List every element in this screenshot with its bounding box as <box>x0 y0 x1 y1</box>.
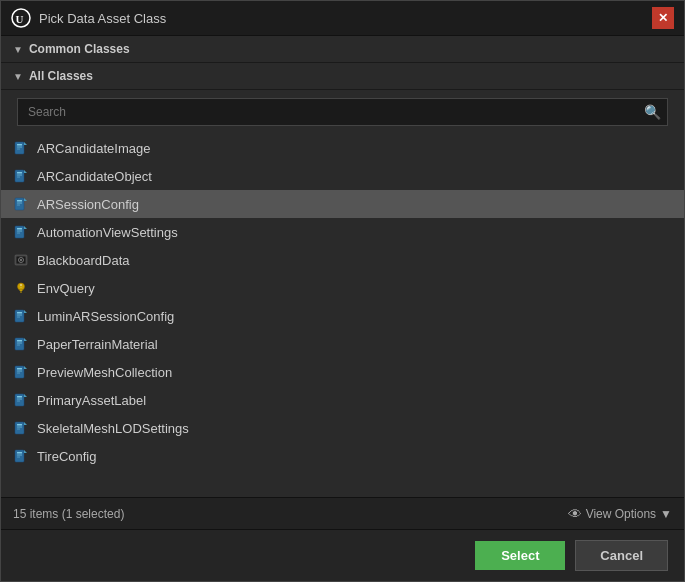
content-area: ▼ Common Classes ▼ All Classes 🔍 ARCandi… <box>1 36 684 529</box>
search-bar: 🔍 <box>17 98 668 126</box>
da-icon <box>13 336 29 352</box>
svg-rect-9 <box>17 175 22 176</box>
list-item[interactable]: PaperTerrainMaterial <box>1 330 684 358</box>
item-label: LuminARSessionConfig <box>37 309 174 324</box>
svg-rect-51 <box>15 422 24 434</box>
da-icon <box>13 168 29 184</box>
svg-rect-18 <box>17 228 22 230</box>
svg-marker-11 <box>24 170 27 173</box>
svg-rect-52 <box>17 424 22 426</box>
footer: Select Cancel <box>1 529 684 581</box>
svg-rect-10 <box>17 177 20 178</box>
item-label: TireConfig <box>37 449 96 464</box>
svg-rect-46 <box>15 394 24 406</box>
search-icon: 🔍 <box>644 104 661 120</box>
list-item[interactable]: ARCandidateImage <box>1 134 684 162</box>
svg-rect-4 <box>17 147 22 148</box>
svg-rect-33 <box>17 315 22 316</box>
svg-rect-3 <box>17 144 22 146</box>
svg-point-25 <box>20 259 22 261</box>
dialog: U Pick Data Asset Class ✕ ▼ Common Class… <box>0 0 685 582</box>
eq-icon <box>13 280 29 296</box>
eye-icon: 👁 <box>568 506 582 522</box>
svg-rect-28 <box>20 292 22 293</box>
svg-rect-59 <box>17 457 20 458</box>
da-icon <box>13 420 29 436</box>
svg-rect-19 <box>17 231 22 232</box>
svg-rect-48 <box>17 399 22 400</box>
view-options-button[interactable]: 👁 View Options ▼ <box>568 506 672 522</box>
svg-rect-54 <box>17 429 20 430</box>
close-button[interactable]: ✕ <box>652 7 674 29</box>
search-input[interactable] <box>24 103 644 121</box>
svg-rect-27 <box>20 290 23 291</box>
svg-rect-39 <box>17 345 20 346</box>
all-classes-arrow: ▼ <box>13 71 23 82</box>
list-item[interactable]: ARSessionConfig <box>1 190 684 218</box>
status-text: 15 items (1 selected) <box>13 507 124 521</box>
list-item[interactable]: AutomationViewSettings <box>1 218 684 246</box>
svg-rect-49 <box>17 401 20 402</box>
view-options-label: View Options <box>586 507 656 521</box>
svg-marker-40 <box>24 338 27 341</box>
svg-rect-13 <box>17 200 22 202</box>
list-item[interactable]: PrimaryAssetLabel <box>1 386 684 414</box>
da-icon <box>13 308 29 324</box>
svg-rect-42 <box>17 368 22 370</box>
svg-rect-7 <box>15 170 24 182</box>
search-wrapper: 🔍 <box>1 90 684 134</box>
all-classes-label: All Classes <box>29 69 93 83</box>
common-classes-section[interactable]: ▼ Common Classes <box>1 36 684 63</box>
svg-rect-57 <box>17 452 22 454</box>
svg-marker-50 <box>24 394 27 397</box>
svg-rect-15 <box>17 205 20 206</box>
item-label: SkeletalMeshLODSettings <box>37 421 189 436</box>
list-item[interactable]: ARCandidateObject <box>1 162 684 190</box>
da-icon <box>13 364 29 380</box>
svg-rect-2 <box>15 142 24 154</box>
svg-marker-45 <box>24 366 27 369</box>
svg-marker-6 <box>24 142 27 145</box>
list-item[interactable]: LuminARSessionConfig <box>1 302 684 330</box>
item-label: BlackboardData <box>37 253 130 268</box>
common-classes-label: Common Classes <box>29 42 130 56</box>
svg-rect-37 <box>17 340 22 342</box>
class-list[interactable]: ARCandidateImage ARCandidateObject ARSes… <box>1 134 684 497</box>
svg-rect-53 <box>17 427 22 428</box>
item-label: AutomationViewSettings <box>37 225 178 240</box>
item-label: ARCandidateObject <box>37 169 152 184</box>
da-icon <box>13 224 29 240</box>
select-button[interactable]: Select <box>475 541 565 570</box>
svg-point-30 <box>21 287 22 288</box>
all-classes-section[interactable]: ▼ All Classes <box>1 63 684 90</box>
svg-marker-21 <box>24 226 27 229</box>
svg-marker-16 <box>24 198 27 201</box>
item-label: PaperTerrainMaterial <box>37 337 158 352</box>
svg-marker-35 <box>24 310 27 313</box>
bb-icon <box>13 252 29 268</box>
item-label: EnvQuery <box>37 281 95 296</box>
list-item[interactable]: EnvQuery <box>1 274 684 302</box>
da-icon <box>13 140 29 156</box>
svg-rect-43 <box>17 371 22 372</box>
svg-rect-44 <box>17 373 20 374</box>
svg-rect-58 <box>17 455 22 456</box>
list-item[interactable]: PreviewMeshCollection <box>1 358 684 386</box>
list-item[interactable]: SkeletalMeshLODSettings <box>1 414 684 442</box>
ue-logo-icon: U <box>11 8 31 28</box>
list-item[interactable]: TireConfig <box>1 442 684 470</box>
da-icon <box>13 196 29 212</box>
svg-rect-20 <box>17 233 20 234</box>
svg-rect-41 <box>15 366 24 378</box>
title-bar-left: U Pick Data Asset Class <box>11 8 166 28</box>
cancel-button[interactable]: Cancel <box>575 540 668 571</box>
status-bar: 15 items (1 selected) 👁 View Options ▼ <box>1 497 684 529</box>
svg-marker-55 <box>24 422 27 425</box>
da-icon <box>13 448 29 464</box>
list-item[interactable]: BlackboardData <box>1 246 684 274</box>
svg-rect-32 <box>17 312 22 314</box>
svg-rect-12 <box>15 198 24 210</box>
svg-text:U: U <box>16 13 24 25</box>
svg-rect-34 <box>17 317 20 318</box>
svg-rect-14 <box>17 203 22 204</box>
